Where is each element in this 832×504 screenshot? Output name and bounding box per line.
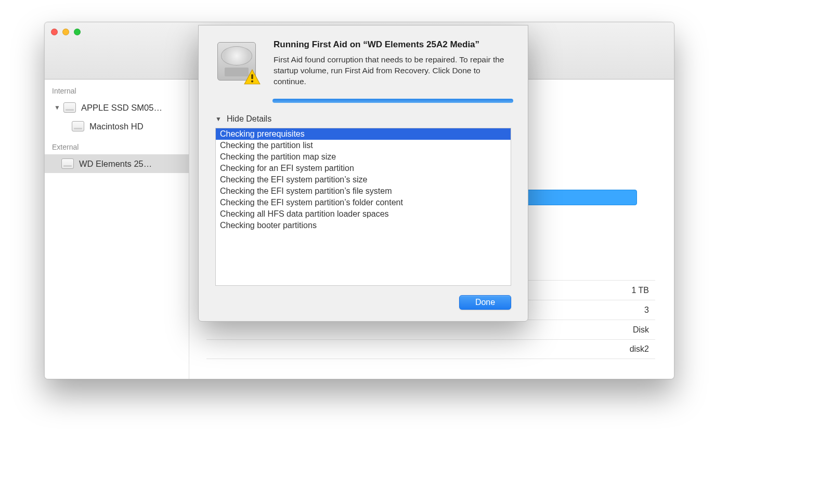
list-item[interactable]: Checking the EFI system partition’s fold…	[216, 197, 511, 208]
list-item[interactable]: Checking the partition list	[216, 140, 511, 151]
disk-utility-window: Disk Utility First Aid Partition Erase	[44, 22, 674, 379]
table-row: disk2	[206, 339, 655, 359]
sidebar-item-macintosh-hd[interactable]: Macintosh HD	[45, 117, 189, 136]
sidebar: Internal ▼ APPLE SSD SM05… Macintosh HD …	[45, 79, 189, 379]
list-item[interactable]: Checking booter partitions	[216, 220, 511, 231]
list-item[interactable]: Checking the EFI system partition’s size	[216, 174, 511, 185]
chevron-down-icon[interactable]: ▼	[53, 104, 61, 111]
list-item[interactable]: Checking for an EFI system partition	[216, 163, 511, 174]
first-aid-log[interactable]: Checking prerequisites Checking the part…	[215, 128, 511, 286]
sidebar-group-external: External	[45, 136, 189, 154]
list-item[interactable]: Checking the EFI system partition’s file…	[216, 185, 511, 197]
progress-bar	[272, 99, 513, 103]
internal-disk-icon	[63, 102, 76, 113]
svg-point-4	[251, 80, 253, 82]
info-value: disk2	[630, 344, 655, 354]
list-item[interactable]: Checking the partition map size	[216, 151, 511, 163]
list-item[interactable]: Checking prerequisites	[216, 128, 511, 140]
disk-warning-icon	[215, 40, 260, 85]
sidebar-item-label: APPLE SSD SM05…	[81, 103, 162, 113]
details-toggle-label: Hide Details	[227, 114, 271, 124]
details-toggle[interactable]: ▼ Hide Details	[215, 114, 511, 124]
sidebar-item-label: WD Elements 25…	[79, 159, 152, 169]
internal-disk-icon	[72, 121, 84, 131]
first-aid-dialog: Running First Aid on “WD Elements 25A2 M…	[198, 25, 528, 322]
table-row: Disk	[206, 320, 655, 339]
chevron-down-icon: ▼	[215, 115, 222, 123]
svg-rect-3	[251, 74, 253, 79]
sidebar-item-apple-ssd[interactable]: ▼ APPLE SSD SM05…	[45, 98, 189, 117]
dialog-message: First Aid found corruption that needs to…	[274, 55, 511, 87]
info-value: 3	[644, 306, 655, 315]
dialog-title: Running First Aid on “WD Elements 25A2 M…	[274, 39, 511, 50]
sidebar-item-label: Macintosh HD	[89, 122, 144, 131]
done-button[interactable]: Done	[459, 295, 511, 310]
info-value: Disk	[633, 325, 655, 335]
list-item[interactable]: Checking all HFS data partition loader s…	[216, 208, 511, 220]
sidebar-group-internal: Internal	[45, 79, 189, 98]
info-value: 1 TB	[632, 286, 656, 295]
external-disk-icon	[61, 158, 74, 169]
sidebar-item-wd-elements[interactable]: WD Elements 25…	[45, 154, 189, 173]
